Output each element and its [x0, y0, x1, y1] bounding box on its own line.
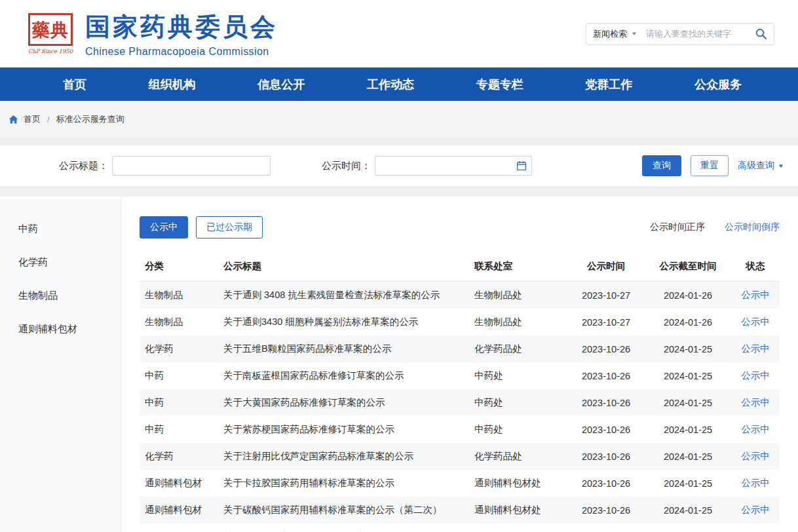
cell-department: 生物制品处 — [469, 282, 567, 309]
cell-category: 中药 — [140, 362, 218, 389]
cell-department: 生物制品处 — [469, 309, 567, 335]
cell-department: 通则辅料包材处 — [469, 497, 567, 523]
cell-title[interactable]: 关于通则 3408 抗生素残留量检查法标准草案的公示 — [218, 282, 469, 309]
chevron-down-icon: ▼ — [778, 163, 784, 169]
announcement-table: 分类 公示标题 联系处室 公示时间 公示截至时间 状态 生物制品 关于通则 34… — [140, 252, 780, 532]
main-nav: 首页组织机构信息公开工作动态专题专栏党群工作公众服务 — [0, 67, 798, 101]
sidebar-item[interactable]: 化学药 — [0, 246, 121, 279]
cell-department: 中药处 — [469, 362, 567, 389]
cell-end-date: 2024-01-25 — [645, 362, 731, 389]
chevron-down-icon: ▼ — [631, 31, 637, 37]
nav-item[interactable]: 首页 — [63, 77, 86, 92]
cell-end-date: 2024-01-25 — [645, 523, 731, 532]
cell-title[interactable]: 关于大黄国家药品标准修订草案的公示 — [218, 389, 469, 416]
cell-status[interactable]: 公示中 — [731, 470, 780, 497]
cell-end-date: 2024-01-25 — [645, 470, 731, 497]
cell-end-date: 2024-01-26 — [645, 309, 731, 335]
table-header-row: 分类 公示标题 联系处室 公示时间 公示截至时间 状态 — [140, 252, 780, 282]
cell-department: 通则辅料包材处 — [469, 470, 567, 497]
sort-time-ascending[interactable]: 公示时间正序 — [650, 221, 705, 233]
time-filter-input[interactable] — [375, 156, 532, 176]
breadcrumb: 首页 / 标准公示服务查询 — [0, 101, 798, 138]
cell-status[interactable]: 公示中 — [731, 497, 780, 523]
query-button[interactable]: 查询 — [642, 155, 681, 176]
header-title: 公示标题 — [218, 252, 469, 282]
advanced-query-label: 高级查询 — [738, 160, 774, 172]
cell-title[interactable]: 关于甘露醇国家药用辅料标准草案的公示（第三次） — [218, 523, 469, 532]
cell-start-date: 2023-10-27 — [567, 282, 645, 309]
cell-department: 中药处 — [469, 416, 567, 443]
sort-links: 公示时间正序 公示时间倒序 — [650, 221, 780, 233]
cell-status[interactable]: 公示中 — [731, 523, 780, 532]
title-filter-input[interactable] — [112, 156, 271, 176]
header-category: 分类 — [140, 252, 218, 282]
search-category-dropdown[interactable]: 新闻检索 ▼ — [586, 28, 643, 40]
nav-item[interactable]: 公众服务 — [694, 77, 742, 92]
tab-in-announcement[interactable]: 公示中 — [140, 216, 188, 238]
sidebar-item[interactable]: 生物制品 — [0, 279, 121, 313]
cell-start-date: 2023-10-26 — [567, 523, 645, 532]
cell-category: 通则辅料包材 — [140, 497, 218, 523]
cell-title[interactable]: 关于五维B颗粒国家药品标准草案的公示 — [218, 335, 469, 362]
cell-status[interactable]: 公示中 — [731, 282, 780, 309]
site-logo: 藥典 ChP Since 1950 — [26, 13, 75, 54]
cell-start-date: 2023-10-26 — [567, 443, 645, 470]
header-department: 联系处室 — [469, 252, 567, 282]
cell-status[interactable]: 公示中 — [731, 335, 780, 362]
cell-department: 中药处 — [469, 389, 567, 416]
title-filter-label: 公示标题： — [59, 160, 108, 172]
table-row: 中药 关于紫苏梗国家药品标准修订草案的公示 中药处 2023-10-26 202… — [140, 416, 780, 443]
cell-title[interactable]: 关于卡拉胶国家药用辅料标准草案的公示 — [218, 470, 469, 497]
cell-start-date: 2023-10-26 — [567, 497, 645, 523]
site-title: 国家药典委员会 — [85, 10, 278, 44]
table-row: 通则辅料包材 关于甘露醇国家药用辅料标准草案的公示（第三次） 通则辅料包材处 2… — [140, 523, 780, 532]
cell-title[interactable]: 关于注射用比伐芦定国家药品标准草案的公示 — [218, 443, 469, 470]
reset-button[interactable]: 重置 — [691, 155, 729, 176]
cell-category: 化学药 — [140, 335, 218, 362]
nav-item[interactable]: 专题专栏 — [476, 77, 523, 92]
table-row: 通则辅料包材 关于卡拉胶国家药用辅料标准草案的公示 通则辅料包材处 2023-1… — [140, 470, 780, 497]
logo-tagline: ChP Since 1950 — [28, 48, 73, 54]
table-row: 中药 关于大黄国家药品标准修订草案的公示 中药处 2023-10-26 2024… — [140, 389, 780, 416]
cell-title[interactable]: 关于南板蓝根国家药品标准修订草案的公示 — [218, 362, 469, 389]
cell-start-date: 2023-10-26 — [567, 416, 645, 443]
category-sidebar: 中药化学药生物制品通则辅料包材 — [0, 197, 121, 532]
sidebar-item[interactable]: 中药 — [0, 212, 121, 246]
sidebar-item[interactable]: 通则辅料包材 — [0, 313, 121, 346]
nav-item[interactable]: 组织机构 — [149, 77, 196, 92]
cell-end-date: 2024-01-25 — [645, 416, 731, 443]
site-subtitle: Chinese Pharmacopoeia Commission — [85, 46, 278, 58]
table-row: 通则辅料包材 关于碳酸钙国家药用辅料标准草案的公示（第二次） 通则辅料包材处 2… — [140, 497, 780, 523]
advanced-query-button[interactable]: 高级查询 ▼ — [738, 160, 784, 172]
cell-title[interactable]: 关于紫苏梗国家药品标准修订草案的公示 — [218, 416, 469, 443]
table-body: 生物制品 关于通则 3408 抗生素残留量检查法标准草案的公示 生物制品处 20… — [140, 282, 780, 532]
breadcrumb-separator: / — [47, 115, 50, 124]
cell-start-date: 2023-10-26 — [567, 335, 645, 362]
nav-item[interactable]: 信息公开 — [257, 77, 305, 92]
cell-category: 生物制品 — [140, 282, 218, 309]
cell-title[interactable]: 关于通则3430 细胞种属鉴别法标准草案的公示 — [218, 309, 469, 335]
cell-department: 化学药品处 — [469, 335, 567, 362]
cell-status[interactable]: 公示中 — [731, 443, 780, 470]
breadcrumb-current: 标准公示服务查询 — [56, 113, 124, 125]
header-end-date: 公示截至时间 — [645, 252, 731, 282]
nav-item[interactable]: 工作动态 — [367, 77, 414, 92]
time-filter-label: 公示时间： — [322, 160, 371, 172]
tab-expired-announcement[interactable]: 已过公示期 — [196, 216, 263, 238]
cell-status[interactable]: 公示中 — [731, 416, 780, 443]
cell-status[interactable]: 公示中 — [731, 309, 780, 335]
search-button[interactable] — [748, 24, 774, 45]
cell-department: 化学药品处 — [469, 443, 567, 470]
cell-end-date: 2024-01-25 — [645, 497, 731, 523]
search-input[interactable] — [643, 29, 748, 39]
cell-status[interactable]: 公示中 — [731, 362, 780, 389]
cell-category: 中药 — [140, 416, 218, 443]
cell-status[interactable]: 公示中 — [731, 389, 780, 416]
table-row: 中药 关于南板蓝根国家药品标准修订草案的公示 中药处 2023-10-26 20… — [140, 362, 780, 389]
breadcrumb-home[interactable]: 首页 — [24, 113, 41, 125]
sort-time-descending[interactable]: 公示时间倒序 — [725, 221, 780, 233]
cell-category: 中药 — [140, 389, 218, 416]
nav-item[interactable]: 党群工作 — [585, 77, 632, 92]
table-row: 生物制品 关于通则 3408 抗生素残留量检查法标准草案的公示 生物制品处 20… — [140, 282, 780, 309]
cell-title[interactable]: 关于碳酸钙国家药用辅料标准草案的公示（第二次） — [218, 497, 469, 523]
